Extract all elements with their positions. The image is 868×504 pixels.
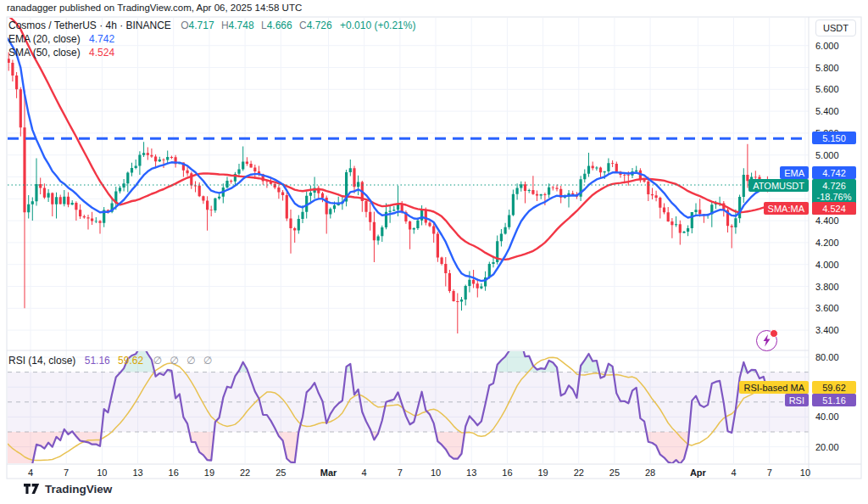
ema-axis-tag[interactable]: EMA: [780, 166, 809, 179]
symbol-axis-tag[interactable]: ATOMUSDT: [748, 179, 809, 192]
rsi-axis-tick: 20.00: [815, 442, 839, 452]
price-axis-tick: 3.600: [815, 303, 839, 313]
time-axis-tick: 19: [537, 468, 548, 478]
time-axis-tick: 19: [204, 468, 214, 478]
close-label: C: [299, 20, 307, 31]
rsi-name: RSI (14, close): [8, 355, 75, 367]
time-axis-tick: Apr: [690, 468, 706, 478]
time-axis-tick: 4: [362, 468, 367, 478]
time-axis-tick: 7: [767, 468, 772, 478]
ema-value: 4.742: [89, 33, 114, 45]
rsi-value: 51.16: [85, 355, 110, 367]
rsi-legend-row[interactable]: RSI (14, close) 51.16 59.62 ∅ ∅ ∅ ∅: [8, 355, 214, 367]
currency-toggle-button[interactable]: USDT: [815, 20, 856, 36]
rsi-ma-axis-value: 59.62: [812, 381, 856, 394]
time-axis-tick: 4: [28, 468, 33, 478]
price-level-badge[interactable]: 5.150: [812, 132, 856, 144]
time-axis-tick: 13: [132, 468, 142, 478]
tradingview-logo[interactable]: TradingView: [24, 483, 112, 496]
last-price: 4.726: [814, 181, 854, 192]
price-axis-tick: 5.600: [815, 84, 839, 94]
tradingview-chart-page: ranadagger published on TradingView.com,…: [0, 0, 868, 504]
time-axis-tick: 4: [731, 468, 736, 478]
open-label: O: [181, 20, 188, 31]
time-axis-tick: 16: [502, 468, 512, 478]
ema-name: EMA (20, close): [8, 33, 81, 45]
symbol-legend-row[interactable]: Cosmos / TetherUS · 4h · BINANCE O4.717 …: [8, 20, 415, 31]
ema-legend-row[interactable]: EMA (20, close) 4.742: [8, 33, 114, 45]
price-axis-tick: 6.000: [815, 41, 839, 51]
time-axis-tick: 25: [275, 468, 286, 478]
time-axis-tick: 7: [398, 468, 403, 478]
price-axis-tick: 5.000: [815, 150, 839, 160]
time-axis-tick: 25: [609, 468, 620, 478]
sma-axis-value: 4.524: [812, 202, 856, 215]
time-axis-tick: 28: [645, 468, 655, 478]
high-label: H: [221, 20, 229, 31]
sma-name: SMA (50, close): [8, 47, 81, 59]
sma-legend-row[interactable]: SMA (50, close) 4.524: [8, 47, 114, 59]
close-value: 4.726: [307, 20, 332, 31]
chart-canvas[interactable]: [0, 0, 868, 504]
notification-dot: [770, 329, 778, 338]
time-axis-tick: 10: [431, 468, 441, 478]
price-axis-tick: 5.400: [815, 106, 839, 116]
rsi-ma-axis-tag[interactable]: RSI-based MA: [739, 381, 809, 394]
time-axis-tick: Mar: [320, 468, 337, 478]
sma-axis-tag[interactable]: SMA:MA: [764, 202, 809, 215]
low-value: 4.666: [267, 20, 292, 31]
high-value: 4.748: [229, 20, 254, 31]
tradingview-logo-text: TradingView: [45, 483, 112, 496]
time-axis-tick: 13: [466, 468, 476, 478]
symbol-title: Cosmos / TetherUS · 4h · BINANCE: [8, 20, 171, 31]
price-axis-tick: 4.000: [815, 260, 839, 270]
price-axis-tick: 4.400: [815, 216, 839, 226]
price-axis-tick: 4.200: [815, 238, 839, 248]
rsi-axis-tick: 80.00: [815, 352, 839, 362]
change-percent: -18.76%: [814, 192, 854, 203]
time-axis-tick: 7: [64, 468, 69, 478]
tradingview-logo-icon: [24, 484, 40, 496]
time-axis-tick: 16: [169, 468, 179, 478]
time-axis-tick: 10: [800, 468, 810, 478]
low-label: L: [261, 20, 267, 31]
flash-button[interactable]: [756, 330, 777, 351]
time-axis-tick: 22: [240, 468, 250, 478]
ema-axis-value: 4.742: [812, 166, 856, 179]
sma-value: 4.524: [89, 47, 114, 59]
price-axis-tick: 3.800: [815, 282, 839, 292]
price-axis-tick: 5.800: [815, 63, 839, 73]
rsi-axis-tag[interactable]: RSI: [785, 394, 809, 406]
change-value: +0.010 (+0.21%): [340, 20, 415, 31]
rsi-hidden-placeholders: ∅ ∅ ∅ ∅: [153, 355, 214, 367]
open-value: 4.717: [189, 20, 214, 31]
time-axis-tick: 10: [97, 468, 107, 478]
rsi-ma-value: 59.62: [118, 355, 143, 367]
price-axis-tick: 3.400: [815, 325, 839, 335]
rsi-axis-value: 51.16: [812, 394, 856, 406]
time-axis-tick: 22: [574, 468, 584, 478]
rsi-axis-tick: 40.00: [815, 412, 839, 422]
